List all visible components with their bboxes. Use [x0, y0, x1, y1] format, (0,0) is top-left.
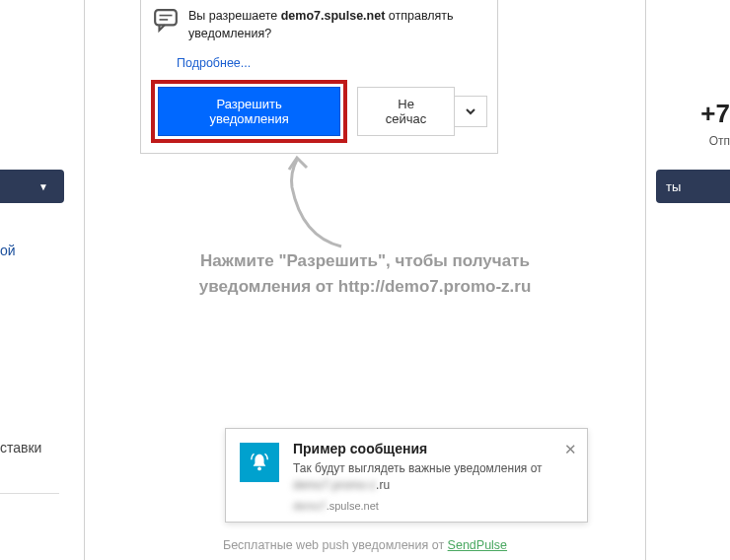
divider	[0, 493, 59, 494]
permission-prompt: Вы разрешаете demo7.spulse.net отправлят…	[140, 0, 498, 154]
permission-top: Вы разрешаете demo7.spulse.net отправлят…	[141, 0, 497, 50]
background-right: +7 Отп ты	[656, 0, 730, 560]
arrow-illustration-icon	[262, 148, 371, 256]
sample-desc: Так будут выглядеть важные уведомления о…	[293, 460, 559, 494]
bg-left-text-2: ставки	[0, 440, 41, 455]
bg-right-button-label: ты	[666, 179, 681, 194]
bg-phone: +7	[700, 99, 730, 129]
perm-q-prefix: Вы разрешаете	[188, 9, 281, 23]
sample-domain-suffix: .ru	[376, 478, 390, 492]
sample-notification: Пример сообщения Так будут выглядеть важ…	[225, 428, 588, 523]
bg-right-button[interactable]: ты	[656, 170, 730, 203]
svg-point-3	[257, 467, 261, 471]
svg-rect-0	[155, 10, 177, 25]
instruction-line-2: уведомления от http://demo7.promo-z.ru	[199, 277, 532, 296]
chat-bubble-icon	[153, 8, 179, 34]
instruction-line-1: Нажмите "Разрешить", чтобы получать	[200, 251, 530, 270]
sample-title: Пример сообщения	[293, 441, 559, 456]
perm-domain: demo7.spulse.net	[281, 9, 386, 23]
permission-text: Вы разрешаете demo7.spulse.net отправлят…	[188, 8, 485, 42]
chevron-down-icon: ▼	[38, 181, 48, 192]
allow-button[interactable]: Разрешить уведомления	[158, 87, 340, 136]
footer: Бесплатные web push уведомления от SendP…	[85, 538, 645, 552]
learn-more-link[interactable]: Подробнее...	[177, 56, 497, 70]
allow-highlight: Разрешить уведомления	[151, 80, 347, 143]
sample-body: Пример сообщения Так будут выглядеть важ…	[293, 441, 587, 512]
chevron-down-icon	[465, 105, 476, 117]
not-now-button[interactable]: Не сейчас	[357, 87, 455, 136]
not-now-dropdown[interactable]	[455, 96, 487, 127]
footer-text: Бесплатные web push уведомления от	[223, 538, 448, 552]
blurred-text: demo7.promo-z	[293, 477, 376, 494]
bg-left-text-1: ой	[0, 243, 16, 258]
background-left: ▼ ой ставки	[0, 0, 69, 560]
instruction-text: Нажмите "Разрешить", чтобы получать увед…	[85, 248, 645, 299]
permission-buttons: Разрешить уведомления Не сейчас	[141, 70, 497, 153]
bell-icon	[240, 443, 279, 482]
blurred-text: demo7	[293, 500, 327, 512]
sample-push-domain: demo7.spulse.net	[293, 500, 559, 512]
bg-phone-sub: Отп	[709, 134, 730, 148]
modal-panel: Вы разрешаете demo7.spulse.net отправлят…	[84, 0, 646, 560]
close-icon[interactable]: ✕	[564, 441, 577, 458]
sendpulse-link[interactable]: SendPulse	[448, 538, 507, 552]
bg-left-dropdown[interactable]: ▼	[0, 170, 64, 203]
